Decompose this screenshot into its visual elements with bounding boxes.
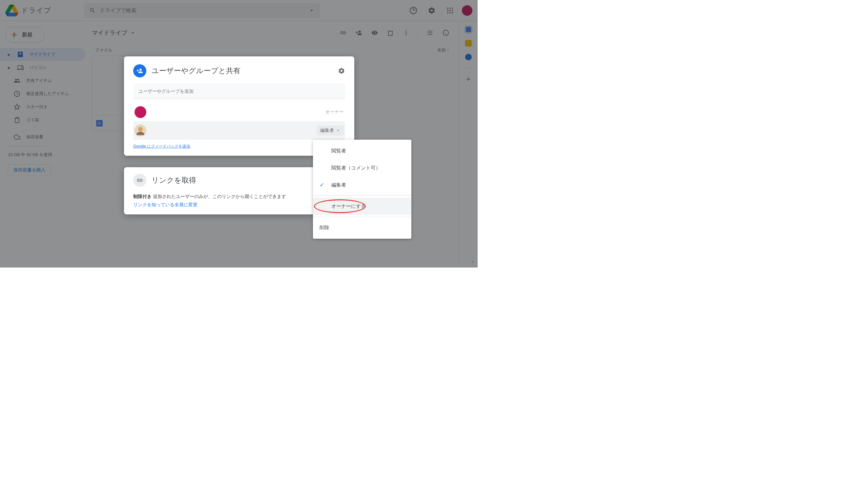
role-label: 編集者 xyxy=(320,128,334,133)
role-dropdown-menu: 閲覧者 閲覧者（コメント可） 編集者 オーナーにする 削除 xyxy=(313,140,411,239)
role-option-commenter[interactable]: 閲覧者（コメント可） xyxy=(313,159,411,176)
gear-icon xyxy=(338,67,345,75)
share-dialog-title: ユーザーやグループと共有 xyxy=(152,66,333,76)
user-avatar xyxy=(134,106,146,118)
add-people-input[interactable] xyxy=(133,83,345,99)
feedback-link[interactable]: Google にフィードバックを送信 xyxy=(133,144,190,149)
share-dialog-icon xyxy=(133,64,146,77)
share-settings-button[interactable] xyxy=(338,67,345,75)
svg-point-20 xyxy=(138,127,143,131)
role-option-viewer[interactable]: 閲覧者 xyxy=(313,142,411,159)
user-row-editor: 編集者 xyxy=(133,121,345,140)
role-dropdown-button[interactable]: 編集者 xyxy=(317,126,344,135)
dropdown-divider xyxy=(313,195,411,196)
dropdown-divider xyxy=(313,217,411,217)
role-option-remove[interactable]: 削除 xyxy=(313,219,411,236)
role-option-make-owner[interactable]: オーナーにする xyxy=(313,198,411,215)
user-row-owner: オーナー xyxy=(133,103,345,121)
user-avatar xyxy=(134,124,146,136)
expand-sidepanel-button[interactable]: › xyxy=(472,258,474,265)
dropdown-arrow-icon xyxy=(336,128,340,133)
owner-role-label: オーナー xyxy=(325,109,344,115)
link-dialog-icon xyxy=(133,174,146,187)
role-option-editor[interactable]: 編集者 xyxy=(313,176,411,194)
